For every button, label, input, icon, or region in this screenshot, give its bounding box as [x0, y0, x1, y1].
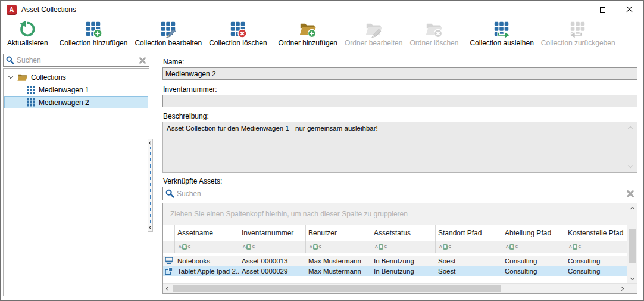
app-logo-icon: A [7, 5, 17, 15]
collection-checkout-button[interactable]: Collection ausleihen [466, 20, 537, 48]
abc-filter-icon: ABC [243, 244, 255, 250]
vertical-scroll-thumb[interactable] [629, 229, 636, 263]
app-logo-letter: A [10, 6, 14, 13]
collection-checkout-icon [493, 20, 511, 38]
collection-icon [27, 86, 35, 94]
group-by-panel[interactable]: Ziehen Sie einen Spaltenkopf hierhin, um… [163, 203, 627, 225]
monitor-icon [165, 257, 173, 265]
horizontal-scrollbar[interactable] [163, 284, 627, 293]
filter-cell-abteilung-pfad[interactable]: ABC [502, 241, 565, 253]
toolbar-label: Collection löschen [209, 39, 267, 47]
column-header-kostenstelle-pfad[interactable]: Kostenstelle Pfad [565, 225, 627, 241]
folder-add-button[interactable]: Ordner hinzufügen [275, 20, 341, 48]
folder-delete-button: Ordner löschen [406, 20, 462, 48]
tablet-icon [165, 267, 173, 275]
vertical-scrollbar[interactable] [627, 203, 637, 283]
linked-assets-label: Verknüpfte Assets: [163, 177, 222, 185]
cell-assetstatus: In Benutzung [371, 268, 436, 275]
folder-edit-button: Ordner bearbeiten [341, 20, 406, 48]
column-header-benutzer[interactable]: Benutzer [306, 225, 371, 241]
toolbar-separator [54, 20, 54, 51]
scroll-left-button[interactable] [163, 284, 172, 293]
close-button[interactable] [616, 1, 643, 18]
assets-search-input[interactable]: Suchen [162, 187, 637, 200]
collection-add-button[interactable]: Collection hinzufügen [56, 20, 132, 48]
abc-filter-icon: ABC [439, 244, 451, 250]
name-field[interactable] [162, 67, 637, 80]
minimize-button[interactable] [561, 1, 589, 18]
grid-header-row: Assetname Inventarnummer Benutzer Assets… [163, 225, 627, 241]
cell-benutzer: Max Mustermann [306, 257, 371, 265]
clear-search-icon[interactable] [626, 190, 634, 198]
collection-add-icon [85, 20, 102, 38]
scroll-up-icon[interactable] [628, 126, 633, 131]
toolbar-label: Ordner bearbeiten [345, 39, 402, 47]
chevron-down-icon [630, 276, 634, 280]
tree-node-medienwagen-2[interactable]: Medienwagen 2 [4, 96, 148, 108]
column-header-assetname[interactable]: Assetname [175, 225, 239, 241]
scroll-right-button[interactable] [618, 284, 627, 293]
auto-filter-row: ABC ABC ABC ABC ABC ABC ABC [163, 241, 627, 253]
collection-edit-button[interactable]: Collection bearbeiten [131, 20, 205, 48]
cell-assetname: Tablet Apple Ipad 2... [175, 268, 239, 275]
filter-cell-inventarnummer[interactable]: ABC [239, 241, 306, 253]
table-row[interactable]: Notebooks Asset-0000013 Max Mustermann I… [163, 256, 627, 266]
refresh-button[interactable]: Aktualisieren [4, 20, 52, 48]
filter-cell-benutzer[interactable]: ABC [306, 241, 371, 253]
scroll-up-button[interactable] [627, 203, 637, 212]
tree-node-collections[interactable]: Collections [4, 71, 148, 83]
scroll-down-icon[interactable] [628, 163, 633, 168]
cell-kostenstelle-pfad: Consulting [565, 257, 627, 265]
app-window: A Asset Collections Aktualisieren Collec… [0, 0, 644, 301]
assets-search-placeholder: Suchen [177, 190, 626, 198]
chevron-left-icon [166, 286, 170, 290]
table-row[interactable]: Tablet Apple Ipad 2... Asset-0000029 Max… [163, 266, 627, 276]
sidebar-search-input[interactable]: Suchen [3, 54, 149, 67]
search-icon [6, 56, 14, 64]
column-header-standort-pfad[interactable]: Standort Pfad [436, 225, 502, 241]
collection-delete-button[interactable]: Collection löschen [205, 20, 270, 48]
inventory-number-field[interactable] [162, 95, 637, 107]
collapse-left-icon[interactable] [149, 141, 152, 145]
folder-add-icon [299, 20, 317, 38]
splitter-dotted-line [150, 147, 151, 224]
titlebar: A Asset Collections [1, 1, 643, 18]
column-header-inventarnummer[interactable]: Inventarnummer [239, 225, 306, 241]
filter-cell-assetname[interactable]: ABC [175, 241, 239, 253]
tree-node-medienwagen-1[interactable]: Medienwagen 1 [4, 83, 148, 96]
collapse-left-icon[interactable] [149, 226, 152, 229]
clear-search-icon[interactable] [139, 57, 146, 64]
toolbar-label: Aktualisieren [7, 39, 48, 47]
toolbar-separator [464, 20, 464, 51]
description-label: Beschreibung: [163, 112, 209, 120]
cell-abteilung-pfad: Consulting [502, 257, 565, 265]
description-textarea[interactable]: Asset Collection für den Medienwagen 1 -… [162, 122, 637, 173]
panel-splitter[interactable] [148, 139, 153, 232]
tree-node-label: Medienwagen 1 [39, 86, 89, 94]
toolbar-separator [273, 20, 273, 51]
toolbar-label: Collection hinzufügen [60, 39, 128, 47]
maximize-icon [600, 7, 605, 13]
scroll-down-button[interactable] [627, 274, 637, 283]
chevron-down-icon[interactable] [8, 74, 13, 79]
minimize-icon [572, 10, 578, 10]
collection-icon [27, 98, 35, 107]
toolbar-label: Ordner löschen [409, 39, 458, 47]
search-icon [165, 189, 174, 198]
folder-delete-icon [425, 20, 443, 38]
filter-cell-standort-pfad[interactable]: ABC [436, 241, 502, 253]
collections-tree: Collections Medienwagen 1 Medienwagen 2 [3, 68, 149, 296]
maximize-button[interactable] [589, 1, 616, 18]
column-header-abteilung-pfad[interactable]: Abteilung Pfad [502, 225, 565, 241]
vertical-scroll-track[interactable] [627, 212, 637, 274]
cell-standort-pfad: Soest [436, 268, 502, 275]
horizontal-scroll-track[interactable] [172, 284, 618, 293]
toolbar-label: Collection ausleihen [470, 39, 533, 47]
folder-icon [17, 73, 27, 82]
collection-edit-icon [160, 20, 177, 38]
column-header-assetstatus[interactable]: Assetstatus [371, 225, 436, 241]
chevron-right-icon [620, 286, 624, 290]
filter-cell-kostenstelle-pfad[interactable]: ABC [565, 241, 627, 253]
filter-cell-assetstatus[interactable]: ABC [371, 241, 436, 253]
horizontal-scroll-thumb[interactable] [173, 285, 501, 292]
